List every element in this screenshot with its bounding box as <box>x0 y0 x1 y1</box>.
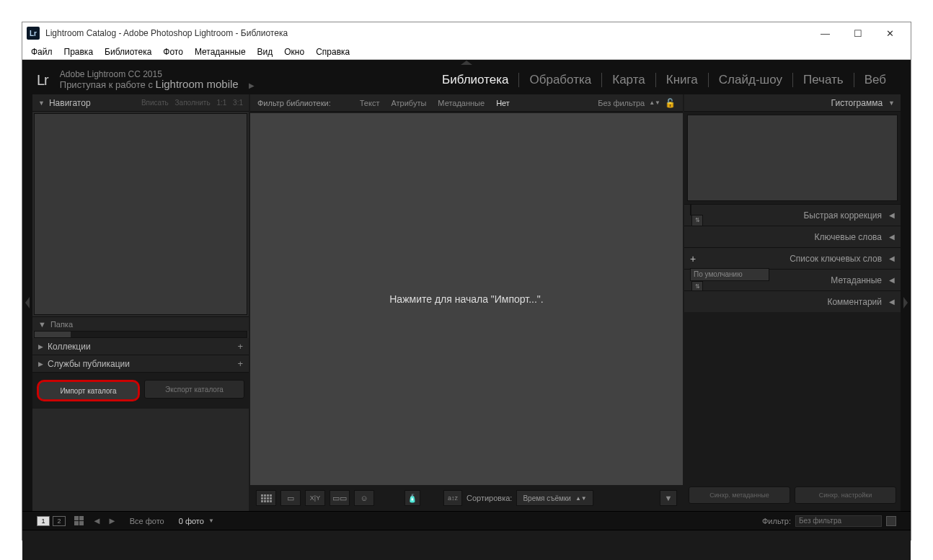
navigator-title: Навигатор <box>49 98 91 108</box>
collections-header[interactable]: ▶ Коллекции + <box>32 338 249 355</box>
spray-tool-button[interactable]: 🧴 <box>404 490 420 506</box>
minimize-button[interactable]: — <box>809 22 841 44</box>
keywords-title: Ключевые слова <box>815 232 882 242</box>
zoom-11[interactable]: 1:1 <box>216 99 226 107</box>
histogram-header[interactable]: Гистограмма ▼ <box>684 94 901 112</box>
menu-library[interactable]: Библиотека <box>99 47 157 57</box>
folder-header[interactable]: ▼ Папка <box>32 316 249 331</box>
library-filter-bar: Фильтр библиотеки: Текст Атрибуты Метада… <box>250 94 683 112</box>
chevron-right-icon: ▶ <box>38 343 43 350</box>
grid-viewport[interactable]: Нажмите для начала "Импорт...". <box>250 113 683 485</box>
sort-dropdown[interactable]: Время съёмки▲▼ <box>516 490 593 506</box>
sync-settings-button[interactable]: Синхр. настройки <box>795 486 896 504</box>
identity-bar: Lr Adobe Lightroom CC 2015 Приступая к р… <box>22 66 911 94</box>
quick-develop-header[interactable]: ⇅ Быстрая коррекция ◀ <box>684 204 901 226</box>
module-develop[interactable]: Обработка <box>519 73 602 87</box>
filter-preset[interactable]: Без фильтра <box>598 99 645 107</box>
play-icon[interactable]: ▶ <box>249 81 255 89</box>
app-body: Lr Adobe Lightroom CC 2015 Приступая к р… <box>22 60 911 540</box>
navigator-header[interactable]: ▼ Навигатор Вписать Заполнить 1:1 3:1 <box>32 94 249 112</box>
chevron-down-icon: ▼ <box>888 99 895 107</box>
loupe-view-button[interactable]: ▭ <box>280 490 301 506</box>
menu-edit[interactable]: Правка <box>58 47 100 57</box>
add-keyword-button[interactable]: + <box>690 253 696 265</box>
identity-line2b: Lightroom mobile <box>156 78 239 90</box>
filmstrip[interactable] <box>22 530 911 560</box>
sort-direction-button[interactable]: a↕z <box>443 490 462 506</box>
compare-view-button[interactable]: X|Y <box>305 490 325 506</box>
filter-attributes[interactable]: Атрибуты <box>391 99 426 107</box>
titlebar[interactable]: Lr Lightroom Catalog - Adobe Photoshop L… <box>22 22 911 44</box>
main-window-button[interactable]: 1 <box>37 516 50 526</box>
add-publish-button[interactable]: + <box>237 358 243 369</box>
menubar: Файл Правка Библиотека Фото Метаданные В… <box>22 44 911 60</box>
close-button[interactable]: ✕ <box>874 22 906 44</box>
survey-view-button[interactable]: ▭▭ <box>330 490 350 506</box>
lr-logo: Lr <box>37 72 48 89</box>
chevron-down-icon[interactable]: ▼ <box>208 517 214 524</box>
export-catalog-button[interactable]: Экспорт каталога <box>144 380 244 399</box>
second-window-button[interactable]: 2 <box>53 516 66 526</box>
histogram-display <box>687 115 898 201</box>
module-library[interactable]: Библиотека <box>432 73 519 87</box>
comments-header[interactable]: Комментарий ◀ <box>684 290 901 312</box>
module-map[interactable]: Карта <box>602 73 656 87</box>
metadata-preset-select[interactable]: По умолчанию <box>690 268 769 281</box>
left-panel-toggle[interactable] <box>22 94 32 511</box>
menu-view[interactable]: Вид <box>252 47 279 57</box>
menu-metadata[interactable]: Метаданные <box>189 47 252 57</box>
chevron-left-icon: ◀ <box>889 211 895 219</box>
sync-metadata-button[interactable]: Синхр. метаданные <box>689 486 790 504</box>
module-slideshow[interactable]: Слайд-шоу <box>709 73 793 87</box>
module-print[interactable]: Печать <box>793 73 854 87</box>
toolbar-menu-button[interactable]: ▼ <box>660 490 677 506</box>
toolbar: ▭ X|Y ▭▭ ☺ 🧴 a↕z Сортировка: Время съёмк… <box>250 486 683 510</box>
keywordlist-header[interactable]: + Список ключевых слов ◀ <box>684 247 901 269</box>
module-web[interactable]: Веб <box>854 73 896 87</box>
filter-metadata[interactable]: Метаданные <box>438 99 485 107</box>
add-collection-button[interactable]: + <box>237 341 243 352</box>
chevron-right-icon: ▶ <box>38 360 43 368</box>
filter-switch-icon[interactable] <box>886 516 896 526</box>
zoom-fit[interactable]: Вписать <box>141 99 169 107</box>
filter-label: Фильтр библиотеки: <box>257 99 331 107</box>
zoom-fill[interactable]: Заполнить <box>175 99 211 107</box>
grid-icon[interactable] <box>74 516 84 525</box>
filter-none[interactable]: Нет <box>496 99 510 107</box>
menu-help[interactable]: Справка <box>310 47 355 57</box>
nav-forward-button[interactable]: ► <box>107 515 117 526</box>
folder-scrollbar[interactable] <box>34 331 247 338</box>
film-filter-label: Фильтр: <box>762 517 791 525</box>
maximize-button[interactable]: ☐ <box>841 22 874 44</box>
stepper-icon[interactable]: ⇅ <box>691 215 703 226</box>
comments-title: Комментарий <box>827 297 882 307</box>
top-panel-toggle[interactable] <box>22 60 911 66</box>
right-panel: Гистограмма ▼ ⇅ Быстрая коррекция ◀ Ключ… <box>684 94 901 511</box>
source-label[interactable]: Все фото <box>130 517 164 525</box>
grid-view-button[interactable] <box>256 490 276 506</box>
chevron-updown-icon[interactable]: ▲▼ <box>649 99 660 106</box>
zoom-31[interactable]: 3:1 <box>233 99 243 107</box>
chevron-left-icon: ◀ <box>889 276 895 284</box>
menu-photo[interactable]: Фото <box>157 47 189 57</box>
chevron-down-icon: ▼ <box>38 99 45 107</box>
people-view-button[interactable]: ☺ <box>354 490 374 506</box>
lock-icon[interactable]: 🔓 <box>665 98 676 108</box>
filmstrip-header: 1 2 ◄ ► Все фото 0 фото ▼ Фильтр: Без фи… <box>22 511 911 530</box>
import-catalog-button[interactable]: Импорт каталога <box>37 380 140 401</box>
menu-file[interactable]: Файл <box>25 47 58 57</box>
right-panel-toggle[interactable] <box>901 94 911 511</box>
navigator-preview[interactable] <box>34 113 247 315</box>
quick-value-field[interactable] <box>690 204 691 215</box>
identity-text[interactable]: Adobe Lightroom CC 2015 Приступая к рабо… <box>60 69 255 91</box>
module-book[interactable]: Книга <box>656 73 709 87</box>
histogram-title: Гистограмма <box>831 98 883 108</box>
menu-window[interactable]: Окно <box>278 47 310 57</box>
nav-back-button[interactable]: ◄ <box>92 515 102 526</box>
filter-text[interactable]: Текст <box>360 99 380 107</box>
keywords-header[interactable]: Ключевые слова ◀ <box>684 226 901 247</box>
publish-header[interactable]: ▶ Службы публикации + <box>32 355 249 373</box>
chevron-left-icon: ◀ <box>889 233 895 241</box>
metadata-header[interactable]: По умолчанию⇅ Метаданные ◀ <box>684 269 901 290</box>
film-filter-select[interactable]: Без фильтра <box>795 515 882 527</box>
